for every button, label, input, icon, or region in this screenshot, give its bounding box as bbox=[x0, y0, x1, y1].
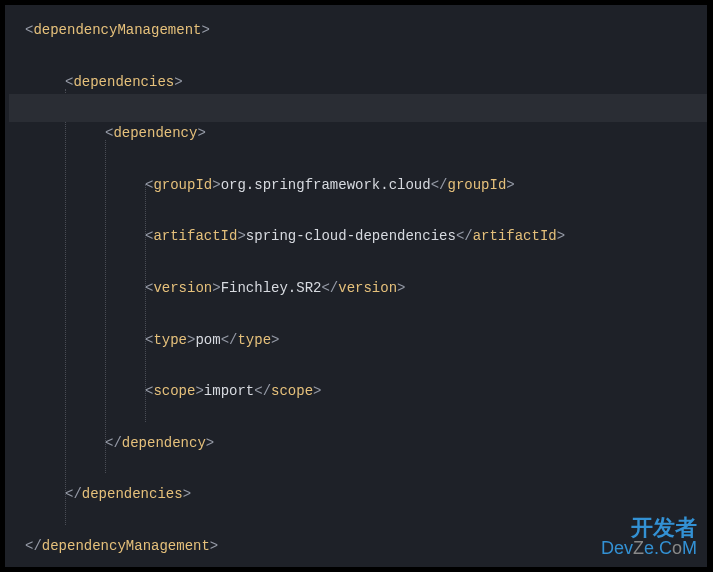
xml-tag: groupId bbox=[153, 177, 212, 193]
xml-tag: dependency bbox=[122, 435, 206, 451]
xml-value-version: Finchley.SR2 bbox=[221, 280, 322, 296]
xml-tag: version bbox=[153, 280, 212, 296]
code-line: </dependencies> bbox=[9, 483, 707, 507]
xml-value-groupid: org.springframework.cloud bbox=[221, 177, 431, 193]
xml-tag: type bbox=[153, 332, 187, 348]
code-blank-line bbox=[9, 404, 707, 432]
xml-tag: artifactId bbox=[153, 228, 237, 244]
watermark-logo: 开发者 DevZe.CoM bbox=[601, 517, 697, 557]
code-line: <scope>import</scope> bbox=[9, 380, 707, 404]
code-line: <dependency> bbox=[9, 122, 707, 146]
xml-tag: dependencyManagement bbox=[42, 538, 210, 554]
xml-tag: scope bbox=[153, 383, 195, 399]
code-blank-line bbox=[9, 301, 707, 329]
code-line: </dependency> bbox=[9, 432, 707, 456]
code-editor[interactable]: <dependencyManagement> <dependencies> <d… bbox=[5, 5, 707, 567]
xml-tag: dependency bbox=[113, 125, 197, 141]
code-blank-line bbox=[9, 146, 707, 174]
code-line-highlighted bbox=[9, 94, 707, 122]
xml-value-artifactid: spring-cloud-dependencies bbox=[246, 228, 456, 244]
xml-value-scope: import bbox=[204, 383, 254, 399]
code-blank-line bbox=[9, 249, 707, 277]
watermark-text-en: DevZe.CoM bbox=[601, 539, 697, 557]
code-blank-line bbox=[9, 352, 707, 380]
xml-value-type: pom bbox=[195, 332, 220, 348]
code-blank-line bbox=[9, 43, 707, 71]
code-line: <dependencies> bbox=[9, 71, 707, 95]
code-line: <version>Finchley.SR2</version> bbox=[9, 277, 707, 301]
code-blank-line bbox=[9, 455, 707, 483]
code-line: <artifactId>spring-cloud-dependencies</a… bbox=[9, 225, 707, 249]
code-blank-line bbox=[9, 197, 707, 225]
code-line: <dependencyManagement> bbox=[9, 19, 707, 43]
xml-tag: dependencies bbox=[73, 74, 174, 90]
code-line: <groupId>org.springframework.cloud</grou… bbox=[9, 174, 707, 198]
xml-tag: dependencyManagement bbox=[33, 22, 201, 38]
watermark-text-cn: 开发者 bbox=[601, 517, 697, 539]
xml-tag: dependencies bbox=[82, 486, 183, 502]
code-line: <type>pom</type> bbox=[9, 329, 707, 353]
